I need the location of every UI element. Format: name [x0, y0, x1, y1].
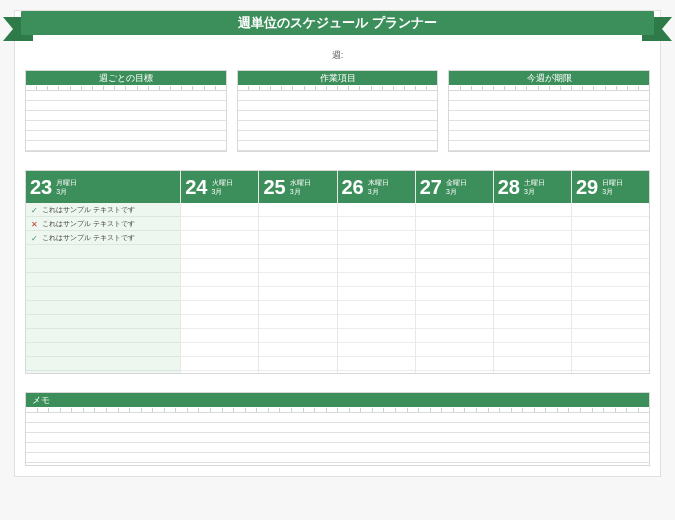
day-month: 3月 — [290, 187, 311, 196]
week-calendar: 23 月曜日 3月 ✓ これはサンプル テキストです ✕ これはサンプル テキス… — [25, 170, 650, 374]
task-row: ✓ これはサンプル テキストです — [26, 203, 180, 217]
task-text: これはサンプル テキストです — [42, 219, 135, 229]
day-meta: 水曜日 3月 — [290, 178, 311, 196]
day-meta: 金曜日 3月 — [446, 178, 467, 196]
day-month: 3月 — [602, 187, 623, 196]
day-month: 3月 — [212, 187, 233, 196]
day-body[interactable] — [259, 203, 336, 373]
planner-page: 週単位のスケジュール プランナー 週: 週ごとの目標 作業項目 今週が期限 23… — [14, 10, 661, 477]
box-weekly-goals: 週ごとの目標 — [25, 70, 227, 152]
memo-box: メモ — [25, 392, 650, 466]
day-header: 25 水曜日 3月 — [259, 171, 336, 203]
day-header: 27 金曜日 3月 — [416, 171, 493, 203]
day-body[interactable] — [338, 203, 415, 373]
day-header: 29 日曜日 3月 — [572, 171, 649, 203]
box-header: 今週が期限 — [449, 71, 649, 85]
lined-area[interactable] — [26, 91, 226, 151]
lined-area[interactable] — [449, 91, 649, 151]
box-due-this-week: 今週が期限 — [448, 70, 650, 152]
day-column-sat: 28 土曜日 3月 — [494, 171, 572, 373]
day-meta: 土曜日 3月 — [524, 178, 545, 196]
day-column-mon: 23 月曜日 3月 ✓ これはサンプル テキストです ✕ これはサンプル テキス… — [26, 171, 181, 373]
day-header: 26 木曜日 3月 — [338, 171, 415, 203]
top-row: 週ごとの目標 作業項目 今週が期限 — [25, 70, 650, 152]
lined-area[interactable] — [238, 91, 438, 151]
day-body[interactable] — [416, 203, 493, 373]
day-number: 24 — [185, 177, 207, 197]
day-body[interactable] — [181, 203, 258, 373]
task-row: ✕ これはサンプル テキストです — [26, 217, 180, 231]
day-meta: 日曜日 3月 — [602, 178, 623, 196]
day-column-thu: 26 木曜日 3月 — [338, 171, 416, 373]
week-label: 週: — [25, 49, 650, 62]
day-month: 3月 — [368, 187, 389, 196]
day-header: 24 火曜日 3月 — [181, 171, 258, 203]
day-month: 3月 — [524, 187, 545, 196]
day-meta: 木曜日 3月 — [368, 178, 389, 196]
day-number: 23 — [30, 177, 52, 197]
day-of-week: 日曜日 — [602, 178, 623, 187]
day-column-tue: 24 火曜日 3月 — [181, 171, 259, 373]
day-month: 3月 — [446, 187, 467, 196]
day-meta: 火曜日 3月 — [212, 178, 233, 196]
title-ribbon: 週単位のスケジュール プランナー — [3, 11, 672, 45]
check-icon: ✓ — [30, 234, 38, 243]
day-of-week: 土曜日 — [524, 178, 545, 187]
check-icon: ✓ — [30, 206, 38, 215]
day-header: 28 土曜日 3月 — [494, 171, 571, 203]
day-of-week: 火曜日 — [212, 178, 233, 187]
day-column-wed: 25 水曜日 3月 — [259, 171, 337, 373]
day-body[interactable]: ✓ これはサンプル テキストです ✕ これはサンプル テキストです ✓ これはサ… — [26, 203, 180, 373]
day-of-week: 月曜日 — [56, 178, 77, 187]
day-of-week: 木曜日 — [368, 178, 389, 187]
day-of-week: 金曜日 — [446, 178, 467, 187]
task-text: これはサンプル テキストです — [42, 233, 135, 243]
lined-area[interactable] — [26, 413, 649, 465]
task-row: ✓ これはサンプル テキストです — [26, 231, 180, 245]
cross-icon: ✕ — [30, 220, 38, 229]
day-body[interactable] — [572, 203, 649, 373]
box-header: 作業項目 — [238, 71, 438, 85]
day-header: 23 月曜日 3月 — [26, 171, 180, 203]
day-body[interactable] — [494, 203, 571, 373]
task-text: これはサンプル テキストです — [42, 205, 135, 215]
day-number: 25 — [263, 177, 285, 197]
page-title: 週単位のスケジュール プランナー — [21, 11, 654, 35]
box-tasks: 作業項目 — [237, 70, 439, 152]
day-meta: 月曜日 3月 — [56, 178, 77, 196]
day-number: 27 — [420, 177, 442, 197]
day-number: 29 — [576, 177, 598, 197]
day-of-week: 水曜日 — [290, 178, 311, 187]
day-column-sun: 29 日曜日 3月 — [572, 171, 649, 373]
box-header: 週ごとの目標 — [26, 71, 226, 85]
day-number: 28 — [498, 177, 520, 197]
day-month: 3月 — [56, 187, 77, 196]
day-column-fri: 27 金曜日 3月 — [416, 171, 494, 373]
day-number: 26 — [342, 177, 364, 197]
memo-header: メモ — [26, 393, 649, 407]
